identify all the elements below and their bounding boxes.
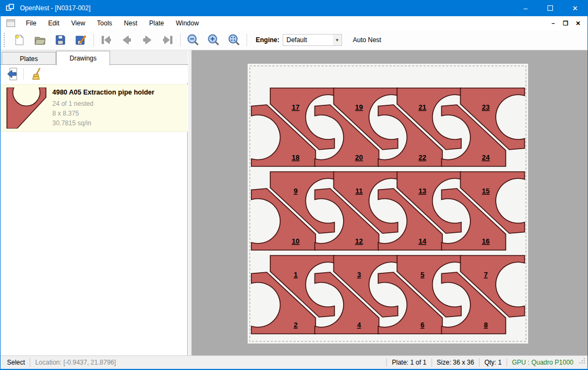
menu-view[interactable]: View [65, 16, 91, 30]
previous-plate-button[interactable] [117, 32, 137, 48]
drawing-size: 8 x 8.375 [52, 109, 154, 118]
status-gpu: GPU : Quadro P1000 [512, 359, 573, 366]
status-separator [386, 358, 387, 367]
menubar: File Edit View Tools Nest Plate Window –… [1, 16, 587, 30]
toolbar-grip[interactable] [3, 33, 6, 47]
new-file-button[interactable] [9, 32, 30, 48]
part-number: 8 [484, 321, 488, 329]
toolbar-separator [180, 33, 181, 46]
new-file-icon [13, 33, 26, 46]
status-separator [507, 358, 507, 367]
menu-window[interactable]: Window [170, 16, 205, 30]
part-number: 11 [355, 187, 363, 195]
maximize-button[interactable] [538, 0, 563, 16]
last-arrow-icon [161, 33, 174, 46]
next-plate-button[interactable] [137, 32, 158, 48]
part-number: 20 [355, 153, 363, 162]
statusbar: Select Location: [-0.9437, 21.8796] Plat… [1, 355, 587, 369]
save-as-icon [74, 33, 87, 46]
mdi-close-button[interactable]: ✕ [572, 17, 584, 29]
status-separator [30, 358, 30, 367]
part-number: 3 [357, 271, 361, 279]
document-window-icon[interactable] [6, 19, 15, 27]
part-number: 24 [482, 153, 490, 162]
drawing-area: 30.7815 sq/in [52, 118, 154, 128]
menu-nest[interactable]: Nest [118, 16, 143, 30]
part-number: 23 [482, 103, 489, 111]
clean-button[interactable] [28, 66, 46, 82]
engine-value: Default [283, 36, 307, 44]
toolbar-separator [247, 33, 247, 46]
part-number: 13 [419, 187, 426, 195]
part-number: 5 [420, 271, 424, 279]
tabstrip: Plates Drawings [1, 50, 188, 65]
titlebar: OpenNest - [N0317-002] – ✕ [1, 0, 587, 16]
part-number: 10 [292, 237, 299, 245]
part-number: 7 [484, 271, 488, 279]
zoom-fit-button[interactable] [224, 32, 244, 48]
close-button[interactable]: ✕ [563, 0, 587, 16]
status-plate: Plate: 1 of 1 [392, 359, 426, 366]
broom-icon [30, 67, 44, 81]
nest-view: 171921231820222491113151012141613572468 [192, 50, 587, 355]
return-part-button[interactable] [4, 66, 22, 82]
part-number: 12 [355, 237, 363, 245]
nest-canvas[interactable]: 171921231820222491113151012141613572468 [192, 50, 587, 355]
tab-plates[interactable]: Plates [2, 52, 56, 65]
save-as-button[interactable] [71, 32, 91, 48]
part-number: 1 [293, 271, 297, 279]
mdi-restore-button[interactable]: ❐ [559, 17, 572, 29]
status-mode: Select [7, 359, 25, 366]
menu-plate[interactable]: Plate [143, 16, 170, 30]
part-number: 22 [419, 153, 426, 162]
left-panel: Plates Drawings [1, 50, 188, 355]
drawings-toolbar [1, 65, 188, 83]
status-separator [432, 358, 432, 367]
next-arrow-icon [141, 33, 154, 46]
part-number: 2 [293, 321, 297, 329]
first-arrow-icon [100, 33, 113, 46]
part-number: 18 [292, 153, 299, 162]
panel-toolbar-separator [23, 68, 24, 80]
drawing-list-item[interactable]: 4980 A05 Extraction pipe holder 24 of 1 … [1, 84, 188, 132]
first-plate-button[interactable] [96, 32, 117, 48]
menu-file[interactable]: File [20, 16, 42, 30]
save-icon [54, 33, 67, 46]
mdi-minimize-button[interactable]: – [547, 17, 559, 29]
part-number: 14 [419, 237, 427, 245]
toolbar: Engine: Default ▼ Auto Nest [1, 30, 587, 50]
part-number: 17 [292, 103, 299, 111]
last-plate-button[interactable] [158, 32, 178, 48]
minimize-button[interactable]: – [513, 0, 538, 16]
part-number: 15 [482, 187, 489, 195]
previous-arrow-icon [120, 33, 133, 46]
part-number: 9 [293, 187, 297, 195]
menu-edit[interactable]: Edit [42, 16, 65, 30]
zoom-in-icon [207, 33, 220, 46]
resize-grip[interactable] [579, 358, 585, 367]
status-size: Size: 36 x 36 [437, 359, 474, 366]
chevron-down-icon[interactable]: ▼ [333, 35, 341, 45]
part-number: 21 [419, 103, 426, 111]
maximize-icon [548, 5, 553, 11]
zoom-out-button[interactable] [183, 32, 203, 48]
part-number: 4 [357, 321, 361, 329]
tab-drawings[interactable]: Drawings [56, 51, 110, 65]
zoom-in-button[interactable] [203, 32, 224, 48]
auto-nest-button[interactable]: Auto Nest [350, 33, 385, 46]
status-separator [479, 358, 480, 367]
toolbar-separator [93, 33, 94, 46]
status-qty: Qty: 1 [484, 359, 502, 366]
main-area: Plates Drawings [1, 50, 587, 355]
drawing-nested-count: 24 of 1 nested [52, 99, 154, 109]
app-icon [6, 4, 15, 12]
zoom-out-icon [187, 33, 200, 46]
app-window: OpenNest - [N0317-002] – ✕ File Edit Vie… [0, 0, 588, 370]
zoom-fit-icon [228, 33, 241, 46]
engine-combobox[interactable]: Default ▼ [283, 34, 342, 46]
menu-tools[interactable]: Tools [91, 16, 118, 30]
part-number: 6 [420, 321, 424, 329]
window-title: OpenNest - [N0317-002] [20, 4, 91, 12]
open-file-button[interactable] [30, 32, 50, 48]
save-button[interactable] [50, 32, 71, 48]
